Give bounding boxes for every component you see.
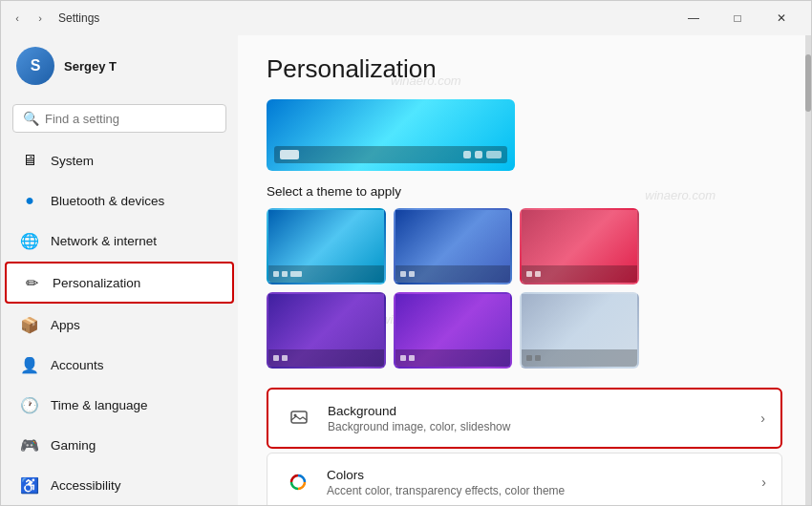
tile-bar-3 [522,265,637,283]
sidebar-item-system[interactable]: 🖥 System [5,141,234,179]
tile-bar-2 [395,265,511,283]
theme-tile-5[interactable] [394,292,513,369]
theme-tile-1[interactable] [267,208,386,285]
sidebar-item-apps[interactable]: 📦 Apps [5,306,234,344]
theme-tile-4[interactable] [267,292,386,369]
theme-preview [267,99,515,171]
theme-tile-3[interactable] [520,208,639,285]
minimize-button[interactable]: — [672,1,716,35]
avatar: S [16,47,54,85]
taskbar-dot-3 [486,151,502,158]
sidebar-item-label-accessibility: Accessibility [51,478,121,493]
svg-point-1 [294,414,297,417]
sidebar-item-label-personalization: Personalization [53,276,140,290]
theme-tile-2[interactable] [394,208,513,285]
theme-section-label: Select a theme to apply [267,184,782,199]
background-icon [284,403,314,433]
settings-window: ‹ › Settings — □ ✕ S Sergey T 🔍 🖥 [0,0,812,506]
sidebar-item-label-time: Time & language [51,398,148,412]
accounts-icon: 👤 [20,355,39,374]
sidebar-item-label-apps: Apps [51,318,80,332]
sidebar-item-time[interactable]: 🕐 Time & language [5,386,234,424]
settings-item-colors[interactable]: Colors Accent color, transparency effect… [267,453,782,505]
title-bar-left: ‹ › Settings [9,10,99,27]
sidebar-item-accessibility[interactable]: ♿ Accessibility [5,466,234,504]
taskbar-dot-1 [463,151,471,158]
settings-item-background[interactable]: Background Background image, color, slid… [267,388,782,449]
content-area: S Sergey T 🔍 🖥 System ● Bluetooth & devi… [1,35,811,505]
theme-tile-6[interactable] [520,292,639,369]
network-icon: 🌐 [20,231,39,250]
colors-text: Colors Accent color, transparency effect… [327,468,761,497]
sidebar-item-network[interactable]: 🌐 Network & internet [5,221,234,260]
sidebar-item-label-network: Network & internet [51,234,157,248]
close-button[interactable]: ✕ [759,1,803,35]
sidebar: S Sergey T 🔍 🖥 System ● Bluetooth & devi… [1,35,238,505]
sidebar-item-label-gaming: Gaming [51,438,96,453]
theme-preview-taskbar [274,146,507,163]
taskbar-start [280,150,299,159]
search-box[interactable]: 🔍 [12,104,226,133]
main-content: winaero.com winaero.com winaero.com Pers… [238,35,811,505]
sidebar-item-label-system: System [51,154,94,168]
window-controls: — □ ✕ [672,1,803,35]
tile-bar-5 [395,349,511,367]
user-section[interactable]: S Sergey T [1,35,238,96]
maximize-button[interactable]: □ [716,1,759,35]
colors-title: Colors [327,468,761,482]
search-input[interactable] [45,112,216,126]
window-title: Settings [58,11,99,25]
title-bar: ‹ › Settings — □ ✕ [1,1,811,35]
page-title: Personalization [267,54,782,84]
sidebar-item-label-accounts: Accounts [51,358,104,372]
tile-bar-4 [268,349,384,367]
sidebar-item-label-bluetooth: Bluetooth & devices [51,194,164,208]
search-icon: 🔍 [23,111,39,126]
colors-desc: Accent color, transparency effects, colo… [327,484,761,497]
themes-grid [267,208,639,369]
svg-rect-0 [291,411,307,423]
sidebar-item-gaming[interactable]: 🎮 Gaming [5,426,234,464]
forward-button[interactable]: › [32,10,49,27]
background-title: Background [328,404,760,418]
accessibility-icon: ♿ [20,475,39,495]
scrollbar[interactable] [805,35,811,505]
gaming-icon: 🎮 [20,435,39,454]
personalization-icon: ✏ [22,273,41,292]
taskbar-dot-2 [475,151,482,158]
scrollbar-thumb[interactable] [805,54,811,112]
bluetooth-icon: ● [20,191,39,210]
background-desc: Background image, color, slideshow [328,420,760,433]
background-text: Background Background image, color, slid… [328,404,760,433]
back-button[interactable]: ‹ [9,10,26,27]
sidebar-item-bluetooth[interactable]: ● Bluetooth & devices [5,181,234,220]
system-icon: 🖥 [20,151,39,170]
time-icon: 🕐 [20,395,39,414]
sidebar-item-accounts[interactable]: 👤 Accounts [5,346,234,384]
tile-bar-6 [522,349,637,367]
colors-chevron: › [761,474,766,490]
background-chevron: › [760,411,765,426]
user-name: Sergey T [64,59,117,74]
tile-bar-1 [268,265,384,283]
colors-icon [283,467,313,497]
sidebar-item-personalization[interactable]: ✏ Personalization [5,262,234,304]
apps-icon: 📦 [20,315,39,334]
